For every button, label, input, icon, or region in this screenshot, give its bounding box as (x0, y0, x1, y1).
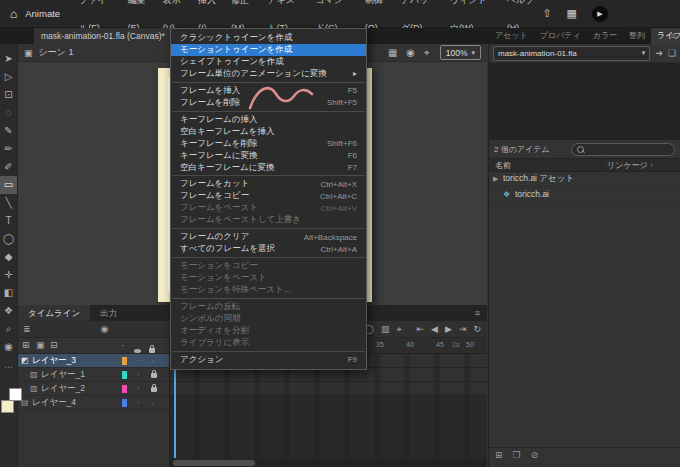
layer-visibility-dot[interactable]: · (137, 368, 140, 381)
library-column-header[interactable]: 名前 リンケージ ↑ (489, 158, 680, 172)
zoom-control[interactable]: 100% ▾ (440, 45, 481, 60)
layer-outline-color[interactable] (122, 399, 127, 407)
disclosure-triangle-icon[interactable]: ▶ (493, 175, 499, 183)
context-menu-item[interactable]: シェイプトゥイーンを作成 (171, 56, 366, 68)
free-transform-tool[interactable]: ⊡ (0, 86, 17, 104)
eyedropper-tool[interactable]: ✛ (0, 266, 17, 284)
column-linkage[interactable]: リンケージ (607, 160, 648, 171)
new-library-panel-icon[interactable]: ❏ (668, 48, 676, 58)
pin-icon[interactable]: ➜ (655, 48, 663, 58)
timeline-tab[interactable]: タイムライン (18, 305, 90, 321)
panel-menu-icon[interactable]: ≡ (671, 28, 676, 44)
text-tool[interactable]: T (0, 212, 17, 230)
layer-lock[interactable] (151, 385, 157, 393)
pen-tool[interactable]: ✎ (0, 122, 17, 140)
context-menu-item[interactable]: フレームのクリアAlt+Backspace (171, 231, 366, 243)
context-menu-item[interactable]: アクションF9 (171, 354, 366, 366)
hand-tool[interactable]: ❖ (0, 302, 17, 320)
library-document-select[interactable]: mask-animation-01.fla ▾ (493, 46, 650, 61)
column-name[interactable]: 名前 (495, 160, 511, 171)
camera-tool[interactable]: ◉ (0, 338, 17, 356)
panel-tab[interactable]: アセット (489, 28, 534, 44)
oval-tool[interactable]: ◯ (0, 230, 17, 248)
outline-column-icon[interactable]: · (121, 338, 124, 353)
more-tools-icon[interactable]: ⋯ (0, 362, 17, 372)
eraser-tool[interactable]: ◧ (0, 284, 17, 302)
loop-icon[interactable]: ↻ (473, 324, 481, 334)
home-icon[interactable]: ⌂ (10, 7, 17, 21)
layer-lock[interactable]: · (151, 399, 154, 407)
layer-row[interactable]: ◩レイヤー_3·· (18, 354, 169, 368)
layer-outline-color[interactable] (122, 385, 127, 393)
context-menu-item[interactable]: 空白キーフレームに変換F7 (171, 162, 366, 174)
context-menu-item[interactable]: モーショントゥイーンを作成 (171, 44, 366, 56)
center-frame-icon[interactable]: ⌖ (396, 324, 401, 335)
timeline-tab[interactable]: 出力 (90, 305, 127, 321)
frame-back-icon[interactable]: ◀ (431, 324, 438, 334)
panel-menu-icon[interactable]: ≡ (468, 305, 487, 321)
panel-tab[interactable]: 整列 (623, 28, 651, 44)
new-folder-icon[interactable]: ❐ (513, 450, 521, 460)
layers-icon[interactable]: ≣ (23, 324, 31, 334)
stroke-color-swatch[interactable] (9, 388, 22, 401)
delete-icon[interactable]: ⊘ (531, 450, 539, 460)
lasso-tool[interactable]: ◌ (0, 104, 17, 122)
document-tab[interactable]: mask-animation-01.fla (Canvas)* × (34, 28, 185, 44)
timeline-scrollbar[interactable] (170, 459, 487, 467)
camera-add-icon[interactable]: ◉ (101, 324, 109, 334)
context-menu-item[interactable]: フレームを削除Shift+F5 (171, 97, 366, 109)
new-layer-icon[interactable]: ⊞ (22, 338, 30, 353)
context-menu-item[interactable]: 空白キーフレームを挿入 (171, 126, 366, 138)
context-menu-item[interactable]: キーフレームの挿入 (171, 114, 366, 126)
play-circle-icon[interactable]: ▶ (592, 6, 608, 22)
rectangle-tool[interactable]: ▭ (0, 176, 17, 194)
line-tool[interactable]: ╲ (0, 194, 17, 212)
menu-item-label: ライブラリに表示 (180, 337, 249, 349)
layer-visibility-dot[interactable]: · (137, 354, 140, 367)
layer-lock[interactable] (151, 371, 157, 379)
layer-outline-color[interactable] (122, 357, 127, 365)
share-icon[interactable]: ⇧ (542, 7, 551, 20)
pencil-tool[interactable]: ✏ (0, 140, 17, 158)
context-menu-item[interactable]: すべてのフレームを選択Ctrl+Alt+A (171, 243, 366, 255)
new-folder-icon[interactable]: ▣ (36, 338, 45, 353)
edit-multiple-frames-icon[interactable]: ▥ (381, 324, 390, 334)
context-menu-item[interactable]: キーフレームに変換F6 (171, 150, 366, 162)
layer-outline-color[interactable] (122, 371, 127, 379)
context-menu-item[interactable]: フレームをカットCtrl+Alt+X (171, 178, 366, 190)
context-menu-item[interactable]: フレームをコピーCtrl+Alt+C (171, 190, 366, 202)
layer-visibility-dot[interactable]: · (137, 396, 140, 409)
layer-frames-row[interactable] (170, 368, 487, 382)
layer-row[interactable]: ▤レイヤー_4·· (18, 396, 169, 410)
scene-name[interactable]: シーン 1 (39, 46, 74, 59)
zoom-tool[interactable]: ⌕ (0, 320, 17, 338)
context-menu-item[interactable]: フレームを挿入F5 (171, 85, 366, 97)
brush-tool[interactable]: ✐ (0, 158, 17, 176)
context-menu-item[interactable]: クラシックトゥイーンを作成 (171, 32, 366, 44)
fill-color-swatch[interactable] (1, 400, 14, 413)
layer-row[interactable]: ▨レイヤー_2· (18, 382, 169, 396)
stage-outline-icon[interactable]: ◉ (406, 47, 415, 58)
step-back-icon[interactable]: ⇤ (417, 324, 425, 334)
play-icon[interactable]: ▶ (445, 324, 452, 334)
layer-lock[interactable]: · (151, 357, 154, 365)
stage-center-icon[interactable]: ⌖ (424, 47, 430, 59)
subselection-tool[interactable]: ▷ (0, 68, 17, 86)
layer-row[interactable]: ▨レイヤー_1· (18, 368, 169, 382)
library-item-row[interactable]: ▶toricch.ai アセット (489, 172, 680, 187)
apps-grid-icon[interactable]: ▦ (567, 7, 577, 20)
context-menu-item[interactable]: フレーム単位のアニメーションに変換▸ (171, 68, 366, 80)
stage-grid-icon[interactable]: ▦ (388, 47, 397, 58)
scrollbar-thumb[interactable] (173, 460, 255, 466)
panel-tab[interactable]: プロパティ (534, 28, 587, 44)
selection-tool[interactable]: ➤ (0, 50, 17, 68)
paint-bucket-tool[interactable]: ◆ (0, 248, 17, 266)
library-item-row[interactable]: ❖toricch.ai (489, 187, 680, 202)
panel-tab[interactable]: カラー (587, 28, 623, 44)
context-menu-item[interactable]: キーフレームを削除Shift+F6 (171, 138, 366, 150)
layer-visibility-dot[interactable]: · (137, 382, 140, 395)
step-forward-icon[interactable]: ⇥ (459, 324, 467, 334)
library-search-input[interactable] (571, 143, 675, 156)
delete-layer-icon[interactable]: ⊟ (50, 338, 58, 353)
new-symbol-icon[interactable]: ⊞ (495, 450, 503, 460)
